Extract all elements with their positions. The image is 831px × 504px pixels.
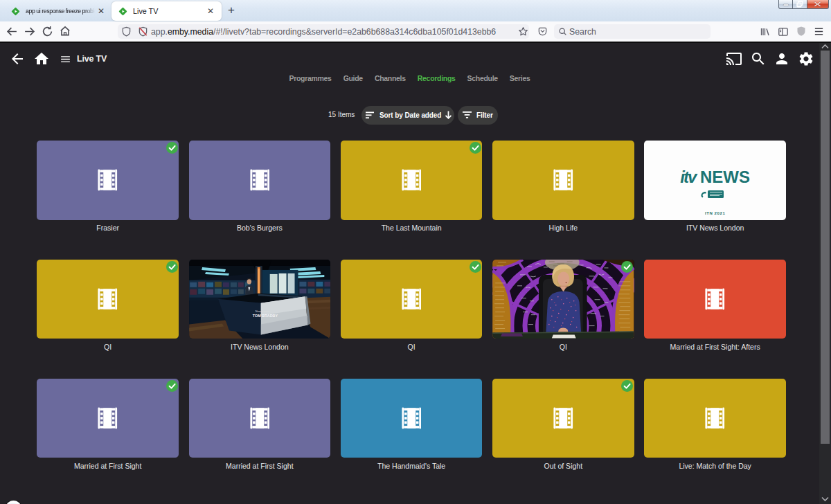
svg-text:TOM BRADBY: TOM BRADBY xyxy=(252,313,278,317)
svg-text:Newscaster: Newscaster xyxy=(255,309,269,312)
